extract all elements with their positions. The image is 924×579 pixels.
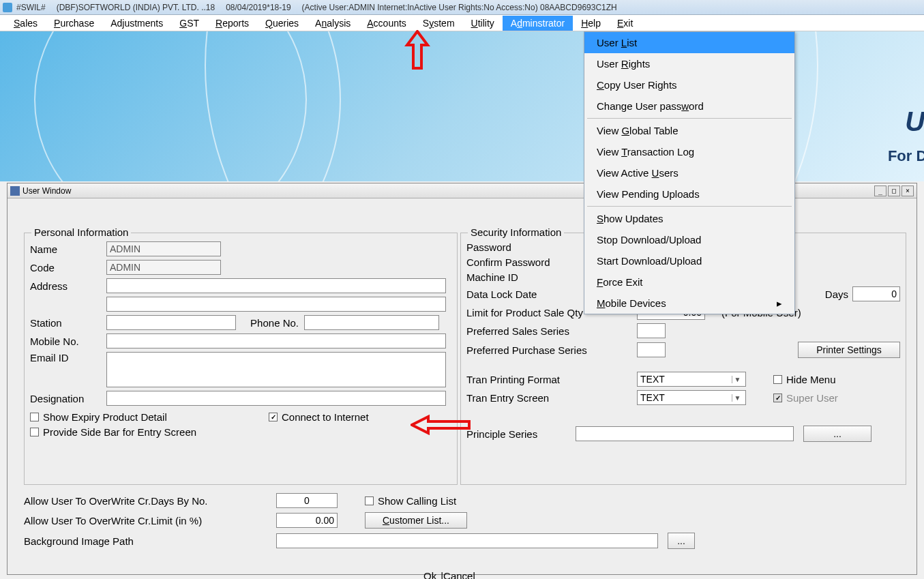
code-input[interactable] bbox=[106, 260, 221, 275]
ok-button[interactable]: Ok bbox=[423, 570, 436, 579]
printer-settings-button[interactable]: Printer Settings bbox=[798, 342, 900, 358]
crlimit-input[interactable] bbox=[276, 513, 338, 528]
mobile-label: Mobile No. bbox=[30, 336, 106, 347]
hide-menu-checkbox[interactable] bbox=[773, 375, 782, 384]
crdays-input[interactable] bbox=[276, 493, 338, 508]
tran-entry-label: Tran Entry Screen bbox=[466, 392, 637, 404]
menu-gst[interactable]: GST bbox=[171, 16, 207, 31]
dropdown-user-list[interactable]: User List bbox=[584, 32, 794, 53]
dropdown-view-transaction-log[interactable]: View Transaction Log bbox=[584, 141, 794, 162]
station-input[interactable] bbox=[106, 315, 236, 330]
dropdown-user-rights[interactable]: User Rights bbox=[584, 53, 794, 74]
principle-label: Principle Series bbox=[466, 428, 576, 440]
connect-internet-checkbox[interactable] bbox=[269, 413, 278, 421]
bgpath-input[interactable] bbox=[276, 533, 658, 548]
mobile-input[interactable] bbox=[106, 333, 446, 348]
expiry-label: Show Expiry Product Detail bbox=[43, 411, 167, 423]
dropdown-view-active-users[interactable]: View Active Users bbox=[584, 162, 794, 183]
dropdown-view-global-table[interactable]: View Global Table bbox=[584, 120, 794, 141]
dropdown-change-user-password[interactable]: Change User password bbox=[584, 95, 794, 117]
menu-purchase[interactable]: Purchase bbox=[46, 16, 102, 31]
annotation-arrow-up bbox=[404, 30, 431, 70]
email-input[interactable] bbox=[106, 352, 446, 387]
personal-group-title: Personal Information bbox=[31, 226, 131, 238]
bgpath-label: Background Image Path bbox=[24, 535, 276, 547]
sidebar-checkbox[interactable] bbox=[30, 428, 39, 436]
phone-label: Phone No. bbox=[236, 317, 304, 329]
maximize-button[interactable]: □ bbox=[888, 185, 900, 196]
bgpath-browse-button[interactable]: ... bbox=[668, 533, 695, 549]
dropdown-force-exit[interactable]: Force Exit bbox=[584, 271, 794, 293]
principle-browse-button[interactable]: ... bbox=[803, 426, 871, 442]
tran-print-value: TEXT bbox=[640, 374, 665, 385]
menu-analysis[interactable]: Analysis bbox=[307, 16, 359, 31]
menubar: SalesPurchaseAdjustmentsGSTReportsQuerie… bbox=[0, 15, 924, 31]
dropdown-start-download-upload[interactable]: Start Download/Upload bbox=[584, 250, 794, 271]
sidebar-label: Provide Side Bar for Entry Screen bbox=[43, 426, 196, 438]
confirm-password-label: Confirm Password bbox=[466, 256, 582, 268]
menu-utility[interactable]: Utility bbox=[463, 16, 503, 31]
pref-purchase-input[interactable] bbox=[637, 342, 666, 357]
crlimit-label: Allow User To OverWrite Cr.Limit (in %) bbox=[24, 515, 276, 526]
hide-menu-label: Hide Menu bbox=[786, 374, 836, 385]
app-titlebar: #SWIL# (DBF)SOFTWORLD (INDIA) PVT. LTD. … bbox=[0, 0, 924, 15]
tran-entry-select[interactable]: TEXT ▼ bbox=[637, 390, 746, 405]
chevron-down-icon: ▼ bbox=[732, 376, 743, 383]
email-label: Email ID bbox=[30, 352, 106, 363]
security-group-title: Security Information bbox=[468, 226, 564, 238]
annotation-arrow-left bbox=[411, 415, 472, 435]
name-input[interactable] bbox=[106, 241, 221, 256]
super-user-label: Super User bbox=[786, 392, 838, 404]
menu-help[interactable]: Help bbox=[573, 16, 609, 31]
dropdown-stop-download-upload[interactable]: Stop Download/Upload bbox=[584, 229, 794, 250]
days-input[interactable] bbox=[852, 286, 900, 301]
title-status: (Active User:ADMIN Internet:InActive Use… bbox=[302, 3, 617, 12]
calling-list-label: Show Calling List bbox=[378, 495, 456, 507]
dropdown-show-updates[interactable]: Show Updates bbox=[584, 208, 794, 229]
dropdown-view-pending-uploads[interactable]: View Pending Uploads bbox=[584, 183, 794, 205]
cancel-button[interactable]: |Cancel bbox=[441, 570, 475, 579]
dropdown-mobile-devices[interactable]: Mobile Devices bbox=[584, 293, 794, 314]
title-date: 08/04/2019*18-19 bbox=[226, 3, 290, 12]
pref-purchase-label: Preferred Purchase Series bbox=[466, 344, 637, 356]
designation-label: Designation bbox=[30, 393, 106, 404]
phone-input[interactable] bbox=[304, 315, 439, 330]
title-tag: #SWIL# bbox=[16, 3, 46, 12]
crdays-label: Allow User To OverWrite Cr.Days By No. bbox=[24, 495, 276, 507]
password-label: Password bbox=[466, 241, 582, 253]
pref-sales-input[interactable] bbox=[637, 323, 666, 338]
menu-adjustments[interactable]: Adjustments bbox=[102, 16, 171, 31]
menu-accounts[interactable]: Accounts bbox=[359, 16, 415, 31]
datalock-label: Data Lock Date bbox=[466, 288, 582, 300]
banner-tagline: For Dist bbox=[888, 147, 924, 165]
address-label: Address bbox=[30, 280, 106, 292]
dropdown-copy-user-rights[interactable]: Copy User Rights bbox=[584, 74, 794, 95]
expiry-checkbox[interactable] bbox=[30, 413, 39, 421]
dropdown-separator bbox=[587, 206, 792, 207]
super-user-checkbox bbox=[773, 394, 782, 402]
menu-adminstrator[interactable]: Adminstrator bbox=[503, 16, 573, 31]
close-button[interactable]: × bbox=[901, 185, 914, 196]
customer-list-button[interactable]: Customer List... bbox=[365, 512, 467, 529]
menu-exit[interactable]: Exit bbox=[609, 16, 641, 31]
calling-list-checkbox[interactable] bbox=[365, 496, 374, 505]
menu-queries[interactable]: Queries bbox=[257, 16, 307, 31]
name-label: Name bbox=[30, 243, 106, 255]
chevron-down-icon: ▼ bbox=[732, 394, 743, 402]
user-window-title: User Window bbox=[23, 186, 71, 196]
days-label: Days bbox=[825, 288, 848, 300]
tran-print-select[interactable]: TEXT ▼ bbox=[637, 372, 746, 387]
address-input-2[interactable] bbox=[106, 297, 446, 312]
principle-input[interactable] bbox=[576, 426, 794, 441]
ok-cancel-area: Ok |Cancel bbox=[423, 570, 475, 579]
app-icon bbox=[3, 3, 12, 12]
pref-sales-label: Preferred Sales Series bbox=[466, 325, 637, 337]
designation-input[interactable] bbox=[106, 391, 446, 406]
admin-dropdown: User ListUser RightsCopy User RightsChan… bbox=[584, 31, 795, 314]
address-input-1[interactable] bbox=[106, 278, 446, 293]
menu-system[interactable]: System bbox=[415, 16, 463, 31]
minimize-button[interactable]: _ bbox=[874, 185, 886, 196]
tran-print-label: Tran Printing Format bbox=[466, 374, 637, 385]
menu-sales[interactable]: Sales bbox=[5, 16, 46, 31]
menu-reports[interactable]: Reports bbox=[207, 16, 257, 31]
